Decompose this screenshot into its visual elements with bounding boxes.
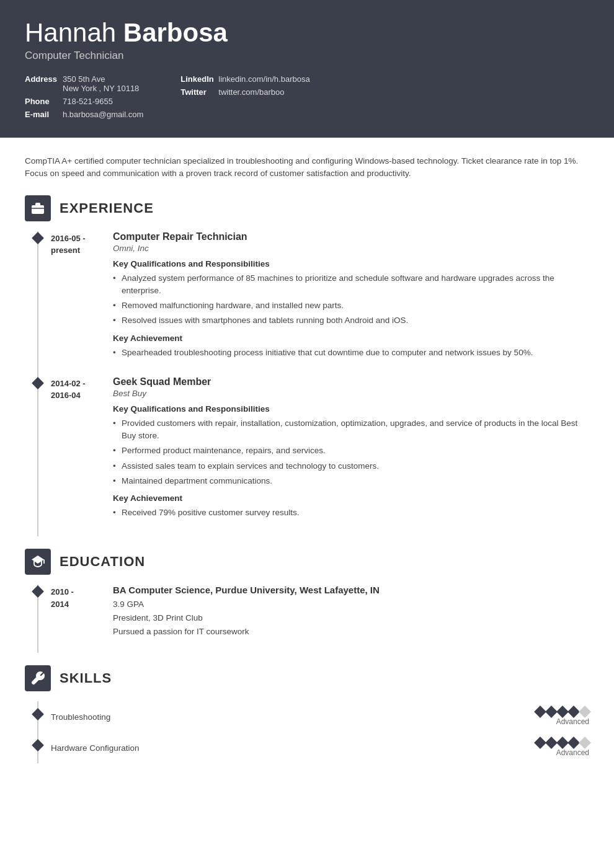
email-value: h.barbosa@gmail.com xyxy=(63,110,143,119)
list-item: Maintained department communications. xyxy=(113,475,589,487)
list-item: Received 79% positive customer survey re… xyxy=(113,507,589,519)
edu-item-1: 2010 - 2014 BA Computer Science, Purdue … xyxy=(38,585,589,638)
dot xyxy=(567,706,580,718)
achievements-list-1: Spearheaded troubleshooting process init… xyxy=(113,347,589,359)
twitter-row: Twitter twitter.com/barboo xyxy=(180,87,309,97)
dot xyxy=(567,737,580,749)
job-content-2: Geek Squad Member Best Buy Key Qualifica… xyxy=(107,376,589,522)
edu-detail-line: Pursued a passion for IT coursework xyxy=(113,625,589,639)
education-timeline: 2010 - 2014 BA Computer Science, Purdue … xyxy=(37,585,589,653)
experience-icon xyxy=(25,195,51,221)
list-item: Removed malfunctioning hardware, and ins… xyxy=(113,299,589,312)
skills-timeline: Troubleshooting Advanced xyxy=(37,701,589,763)
qualifications-title-1: Key Qualifications and Responsibilities xyxy=(113,259,589,268)
linkedin-label: LinkedIn xyxy=(180,74,215,84)
address-label: Address xyxy=(25,74,59,84)
phone-value: 718-521-9655 xyxy=(63,97,113,106)
briefcase-icon xyxy=(30,201,45,216)
education-icon xyxy=(25,549,51,575)
contact-section: Address 350 5th Ave New York , NY 10118 … xyxy=(25,74,589,119)
header: Hannah Barbosa Computer Technician Addre… xyxy=(0,0,614,138)
linkedin-row: LinkedIn linkedin.com/in/h.barbosa xyxy=(180,74,309,84)
summary-text: CompTIA A+ certified computer technician… xyxy=(25,155,589,180)
svg-rect-0 xyxy=(32,205,44,214)
education-title: EDUCATION xyxy=(60,554,145,570)
job-company-2: Best Buy xyxy=(113,389,589,398)
dot xyxy=(556,737,569,749)
contact-left: Address 350 5th Ave New York , NY 10118 … xyxy=(25,74,143,119)
list-item: Provided customers with repair, installa… xyxy=(113,417,589,443)
skills-header: SKILLS xyxy=(25,665,589,691)
dot xyxy=(556,706,569,718)
job-title-1: Computer Repair Technician xyxy=(113,231,589,242)
job-title: Computer Technician xyxy=(25,50,589,62)
experience-section: EXPERIENCE 2016-05 - present Computer Re… xyxy=(25,195,589,537)
list-item: Assisted sales team to explain services … xyxy=(113,460,589,472)
dot xyxy=(534,737,546,749)
twitter-value: twitter.com/barboo xyxy=(218,87,284,97)
svg-marker-2 xyxy=(32,556,44,564)
email-label: E-mail xyxy=(25,110,59,119)
edu-details-1: 3.9 GPA President, 3D Print Club Pursued… xyxy=(113,598,589,638)
job-content-1: Computer Repair Technician Omni, Inc Key… xyxy=(107,231,589,361)
job-item-2: 2014-02 - 2016-04 Geek Squad Member Best… xyxy=(38,376,589,522)
address-line2: New York , NY 10118 xyxy=(63,84,139,93)
list-item: Resolved issues with smartphones and tab… xyxy=(113,314,589,327)
full-name: Hannah Barbosa xyxy=(25,19,589,47)
edu-date-1: 2010 - 2014 xyxy=(38,585,107,610)
email-row: E-mail h.barbosa@gmail.com xyxy=(25,110,143,119)
qualifications-list-1: Analyzed system performance of 85 machin… xyxy=(113,272,589,327)
job-company-1: Omni, Inc xyxy=(113,244,589,253)
skill-content-1: Troubleshooting Advanced xyxy=(38,707,589,726)
dot xyxy=(579,737,591,749)
achievement-title-1: Key Achievement xyxy=(113,334,589,343)
last-name: Barbosa xyxy=(123,18,228,47)
skills-title: SKILLS xyxy=(60,670,112,686)
skill-rating-1: Advanced xyxy=(536,707,589,726)
edu-detail-line: 3.9 GPA xyxy=(113,598,589,611)
skills-section: SKILLS Troubleshooting xyxy=(25,665,589,763)
education-section: EDUCATION 2010 - 2014 BA Computer Scienc… xyxy=(25,549,589,653)
contact-right: LinkedIn linkedin.com/in/h.barbosa Twitt… xyxy=(180,74,309,119)
experience-timeline: 2016-05 - present Computer Repair Techni… xyxy=(37,231,589,537)
list-item: Spearheaded troubleshooting process init… xyxy=(113,347,589,359)
address-row: Address 350 5th Ave New York , NY 10118 xyxy=(25,74,143,93)
skill-dots-2 xyxy=(536,738,589,747)
address-line1: 350 5th Ave xyxy=(63,74,139,84)
list-item: Performed product maintenance, repairs, … xyxy=(113,445,589,457)
main-content: CompTIA A+ certified computer technician… xyxy=(0,138,614,788)
skill-name-2: Hardware Configuration xyxy=(51,743,140,753)
twitter-label: Twitter xyxy=(180,87,215,97)
skill-content-2: Hardware Configuration Advanced xyxy=(38,738,589,757)
edu-detail-line: President, 3D Print Club xyxy=(113,611,589,625)
education-header: EDUCATION xyxy=(25,549,589,575)
job-item-1: 2016-05 - present Computer Repair Techni… xyxy=(38,231,589,361)
skill-dots-1 xyxy=(536,707,589,716)
edu-content-1: BA Computer Science, Purdue University, … xyxy=(107,585,589,638)
skills-icon xyxy=(25,665,51,691)
experience-header: EXPERIENCE xyxy=(25,195,589,221)
edu-degree-1: BA Computer Science, Purdue University, … xyxy=(113,585,589,595)
phone-label: Phone xyxy=(25,97,59,106)
first-name: Hannah xyxy=(25,18,116,47)
achievement-title-2: Key Achievement xyxy=(113,494,589,503)
phone-row: Phone 718-521-9655 xyxy=(25,97,143,106)
job-title-2: Geek Squad Member xyxy=(113,376,589,388)
dot xyxy=(545,737,558,749)
address-value: 350 5th Ave New York , NY 10118 xyxy=(63,74,139,93)
linkedin-value: linkedin.com/in/h.barbosa xyxy=(218,74,309,84)
graduation-icon xyxy=(30,554,45,569)
list-item: Analyzed system performance of 85 machin… xyxy=(113,272,589,298)
dot xyxy=(579,706,591,718)
qualifications-title-2: Key Qualifications and Responsibilities xyxy=(113,404,589,414)
achievements-list-2: Received 79% positive customer survey re… xyxy=(113,507,589,519)
job-date-2: 2014-02 - 2016-04 xyxy=(38,376,107,402)
qualifications-list-2: Provided customers with repair, installa… xyxy=(113,417,589,487)
wrench-icon xyxy=(30,671,45,686)
skill-row-1: Troubleshooting Advanced xyxy=(38,701,589,732)
skill-level-1: Advanced xyxy=(556,717,589,726)
dot xyxy=(534,706,546,718)
dot xyxy=(545,706,558,718)
skill-name-1: Troubleshooting xyxy=(51,712,110,722)
skill-row-2: Hardware Configuration Advanced xyxy=(38,732,589,763)
